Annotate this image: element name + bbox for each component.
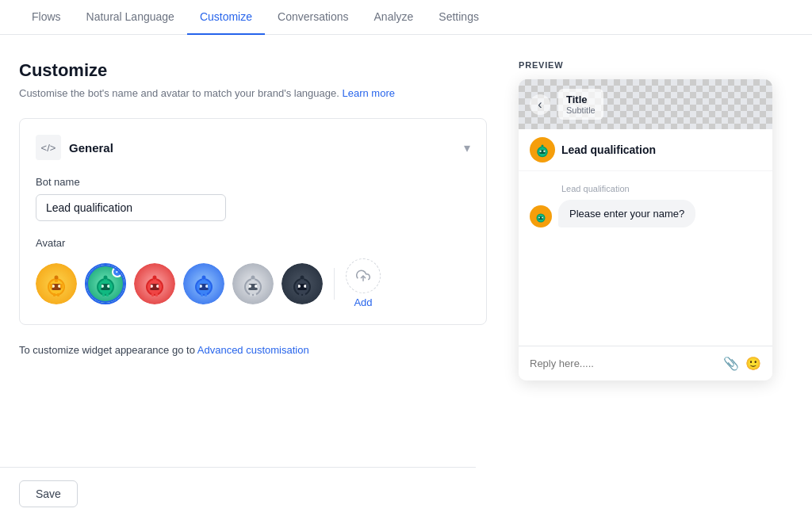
svg-rect-14	[101, 284, 110, 290]
code-icon: </>	[36, 135, 61, 160]
svg-point-43	[202, 275, 206, 279]
left-panel: Customize Customise the bot's name and a…	[19, 60, 487, 501]
robot-icon-6	[288, 270, 316, 298]
chat-bot-icon	[534, 209, 548, 224]
svg-point-13	[98, 280, 113, 294]
nav-item-conversations[interactable]: Conversations	[265, 0, 362, 35]
attachment-icon[interactable]: 📎	[723, 356, 739, 371]
svg-rect-70	[299, 293, 301, 296]
general-card: </> General ▾ Bot name Avatar	[19, 118, 487, 325]
nav-item-flows[interactable]: Flows	[19, 0, 74, 35]
widget-header-text: Title Subtitle	[558, 89, 603, 120]
bot-name-field: Bot name	[36, 176, 470, 221]
card-header-left: </> General	[36, 135, 113, 160]
preview-widget: ‹ Title Subtitle	[519, 79, 772, 380]
reply-icons: 📎 🙂	[723, 356, 761, 371]
bot-avatar-preview	[530, 137, 555, 162]
advanced-customization-text: To customize widget appearance go to Adv…	[19, 344, 487, 356]
nav-item-analyze[interactable]: Analyze	[362, 0, 427, 35]
top-navigation: Flows Natural Language Customize Convers…	[0, 0, 812, 35]
nav-item-settings[interactable]: Settings	[426, 0, 492, 35]
svg-rect-5	[54, 289, 59, 290]
nav-item-natural-language[interactable]: Natural Language	[74, 0, 187, 35]
svg-point-80	[541, 145, 543, 147]
preview-panel: PREVIEW ‹ Title Subtitle	[519, 60, 788, 501]
svg-rect-34	[151, 293, 154, 296]
robot-icon-4	[190, 270, 218, 298]
upload-icon	[346, 258, 381, 293]
svg-point-77	[543, 151, 545, 152]
robot-icon-1	[42, 270, 71, 298]
avatar-option-2[interactable]: ✓	[85, 263, 126, 304]
svg-point-19	[104, 275, 108, 279]
widget-botname-bar: Lead qualification	[519, 129, 772, 171]
svg-rect-57	[257, 284, 259, 289]
svg-rect-29	[152, 289, 157, 290]
avatar-option-6[interactable]	[282, 263, 323, 304]
avatar-option-4[interactable]	[183, 263, 224, 304]
svg-rect-32	[148, 284, 151, 289]
svg-rect-22	[102, 293, 105, 296]
svg-rect-33	[159, 284, 161, 289]
card-header: </> General ▾	[36, 135, 470, 160]
svg-rect-47	[205, 293, 207, 296]
svg-rect-11	[57, 293, 59, 296]
svg-point-76	[539, 151, 541, 152]
bot-avatar-icon	[534, 141, 551, 159]
chat-message-row: Please enter your name?	[530, 200, 761, 228]
page-title: Customize	[19, 60, 487, 81]
page-subtitle: Customise the bot's name and avatar to m…	[19, 87, 487, 99]
widget-back-button[interactable]: ‹	[530, 94, 550, 115]
svg-rect-78	[541, 153, 544, 154]
save-button[interactable]: Save	[19, 480, 78, 507]
advanced-customization-link[interactable]: Advanced customisation	[197, 344, 309, 356]
svg-rect-41	[201, 289, 206, 290]
chat-bubble: Please enter your name?	[558, 200, 695, 228]
widget-title: Title	[566, 94, 596, 105]
svg-rect-56	[247, 284, 249, 289]
widget-subtitle: Subtitle	[566, 105, 596, 115]
svg-rect-18	[104, 277, 107, 282]
chat-bot-label: Lead qualification	[561, 184, 761, 193]
main-content: Customize Customise the bot's name and a…	[0, 35, 812, 520]
svg-rect-9	[60, 284, 63, 289]
bot-name-input[interactable]	[36, 194, 226, 221]
bot-name-label: Bot name	[36, 176, 470, 188]
avatar-option-5[interactable]	[232, 263, 274, 304]
reply-input[interactable]	[530, 358, 717, 369]
avatar-list: ✓	[36, 258, 470, 308]
robot-icon-3	[140, 270, 169, 298]
avatar-option-3[interactable]	[134, 263, 175, 304]
svg-rect-17	[103, 289, 108, 290]
svg-point-55	[251, 275, 255, 279]
avatar-option-1[interactable]	[36, 263, 77, 304]
svg-rect-53	[251, 289, 255, 290]
emoji-icon[interactable]: 🙂	[745, 356, 761, 371]
widget-header: ‹ Title Subtitle	[519, 79, 772, 129]
robot-icon-2	[91, 270, 120, 298]
svg-rect-44	[197, 284, 200, 289]
svg-point-84	[538, 217, 540, 219]
svg-rect-69	[306, 284, 308, 289]
learn-more-link[interactable]: Learn more	[343, 87, 395, 99]
svg-point-67	[301, 275, 304, 279]
add-avatar-button[interactable]: Add	[346, 258, 381, 308]
svg-rect-46	[201, 293, 203, 296]
svg-rect-21	[109, 284, 112, 289]
svg-rect-23	[106, 293, 109, 296]
svg-rect-59	[254, 293, 256, 296]
nav-item-customize[interactable]: Customize	[187, 0, 265, 35]
bot-name-preview: Lead qualification	[561, 143, 656, 156]
card-title: General	[69, 141, 113, 155]
svg-rect-10	[53, 293, 56, 296]
svg-point-16	[107, 285, 110, 288]
chat-bot-avatar	[530, 205, 552, 228]
avatar-section: Avatar	[36, 237, 470, 308]
svg-rect-35	[155, 293, 158, 296]
chevron-down-icon[interactable]: ▾	[464, 140, 470, 155]
selected-badge: ✓	[112, 266, 123, 277]
add-label: Add	[354, 296, 372, 308]
widget-reply-bar: 📎 🙂	[519, 346, 772, 380]
svg-rect-20	[99, 284, 102, 289]
svg-rect-65	[300, 289, 304, 290]
